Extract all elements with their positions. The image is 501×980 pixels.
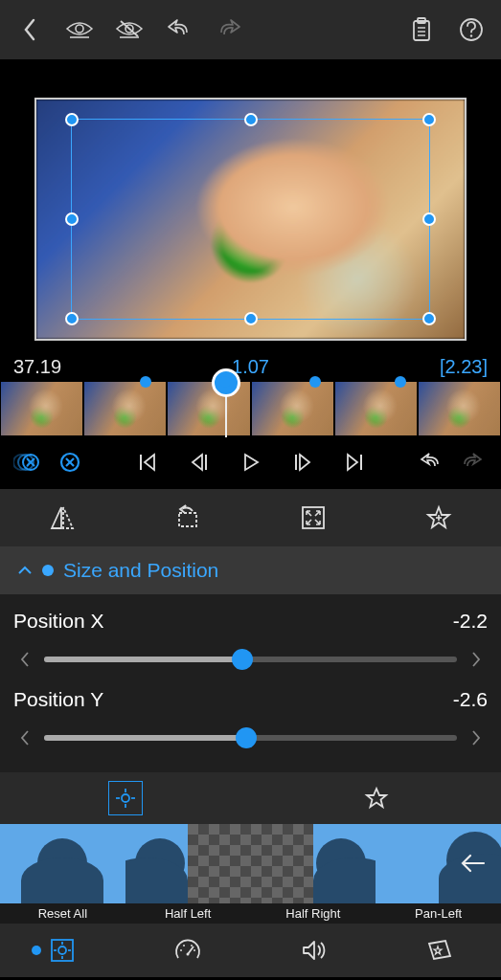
preset-label: Reset All: [0, 903, 125, 924]
back-icon[interactable]: [15, 15, 44, 44]
svg-point-42: [183, 945, 185, 947]
slider-fill: [44, 657, 242, 662]
svg-rect-5: [414, 21, 429, 40]
preset-category-position-icon[interactable]: [108, 781, 143, 815]
arrow-left-icon: [457, 852, 486, 875]
undo-small-icon[interactable]: [415, 446, 447, 479]
svg-point-11: [470, 34, 472, 36]
fit-icon[interactable]: [297, 501, 330, 534]
time-readout: 37.19 1.07 [2.23]: [0, 350, 501, 382]
slider-row-posy: Position Y -2.6: [0, 680, 501, 759]
timeline-frame[interactable]: [335, 382, 417, 435]
slider-label: Position X: [13, 610, 104, 633]
delete-keyframe-icon[interactable]: [54, 446, 86, 479]
slider-value: -2.6: [453, 688, 488, 711]
help-icon[interactable]: [457, 15, 486, 44]
video-preview[interactable]: [34, 98, 467, 341]
tab-speed-icon[interactable]: [171, 934, 204, 967]
rotate-icon[interactable]: [171, 501, 204, 534]
preset-label: Pan-Left: [376, 903, 501, 924]
keyframe-marker[interactable]: [309, 376, 321, 388]
go-start-icon[interactable]: [131, 446, 164, 479]
handle-tl[interactable]: [65, 113, 79, 126]
preset-label: Half Right: [251, 903, 376, 924]
slider-value: -2.2: [453, 610, 488, 633]
preset-label: Half Left: [125, 903, 251, 924]
handle-mr[interactable]: [422, 212, 436, 226]
handle-tc[interactable]: [244, 113, 258, 126]
svg-point-28: [122, 794, 129, 802]
nudge-right-icon[interactable]: [465, 640, 488, 679]
slider-label: Position Y: [13, 688, 103, 711]
section-title: Size and Position: [63, 559, 218, 582]
play-icon[interactable]: [235, 446, 267, 479]
keyframe-marker[interactable]: [140, 376, 151, 388]
tab-effects-icon[interactable]: [422, 934, 455, 967]
redo-icon: [215, 15, 243, 44]
svg-point-0: [76, 25, 83, 33]
handle-ml[interactable]: [65, 212, 79, 226]
preset-pan-left[interactable]: Pan-Left: [376, 824, 501, 924]
svg-point-44: [194, 949, 195, 951]
slider-track-posy[interactable]: [44, 735, 457, 741]
preset-reset-all[interactable]: Reset All: [0, 824, 125, 924]
nudge-left-icon[interactable]: [13, 640, 36, 679]
section-header[interactable]: Size and Position: [0, 546, 501, 594]
top-toolbar: [0, 0, 501, 59]
preset-half-left[interactable]: Half Left: [125, 824, 251, 924]
go-end-icon[interactable]: [338, 446, 371, 479]
keyframe-marker[interactable]: [395, 376, 406, 388]
preview-area: [0, 59, 501, 350]
timeline-frame[interactable]: [1, 382, 82, 435]
eye-visible-icon[interactable]: [65, 15, 94, 44]
step-forward-icon[interactable]: [286, 446, 319, 479]
svg-rect-24: [179, 513, 196, 526]
keyframe-marker[interactable]: [219, 376, 231, 388]
bottom-tab-bar: [0, 924, 501, 977]
step-back-icon[interactable]: [183, 446, 216, 479]
redo-small-icon: [455, 446, 488, 479]
flip-icon[interactable]: [46, 501, 79, 534]
slider-fill: [44, 735, 246, 741]
preset-tab-row: [0, 772, 501, 824]
handle-tr[interactable]: [422, 113, 436, 126]
eye-hidden-icon[interactable]: [115, 15, 144, 44]
timeline-frame[interactable]: [84, 382, 166, 435]
timeline-frame[interactable]: [252, 382, 333, 435]
transform-bounding-box[interactable]: [71, 119, 431, 320]
preset-list: Reset All Half Left Half Right Pan-Left: [0, 824, 501, 924]
keyframe-indicator-icon: [42, 565, 54, 576]
svg-line-39: [188, 947, 194, 954]
star-add-icon[interactable]: [422, 501, 455, 534]
slider-thumb[interactable]: [232, 649, 253, 670]
delete-all-keyframes-icon[interactable]: [13, 446, 46, 479]
chevron-up-icon: [17, 565, 33, 576]
tool-row: [0, 489, 501, 546]
tab-audio-icon[interactable]: [297, 934, 330, 967]
svg-point-40: [187, 952, 190, 955]
time-total: [2.23]: [440, 356, 488, 378]
nudge-left-icon[interactable]: [13, 719, 36, 757]
transport-bar: [0, 435, 501, 489]
handle-bl[interactable]: [65, 312, 79, 325]
handle-bc[interactable]: [244, 312, 258, 325]
slider-row-posx: Position X -2.2: [0, 602, 501, 680]
preset-half-right[interactable]: Half Right: [251, 824, 376, 924]
slider-track-posx[interactable]: [44, 657, 457, 662]
tab-position-icon[interactable]: [46, 934, 79, 967]
slider-thumb[interactable]: [236, 727, 257, 748]
undo-icon[interactable]: [165, 15, 194, 44]
svg-point-34: [58, 947, 66, 954]
svg-rect-25: [303, 507, 324, 528]
handle-br[interactable]: [422, 312, 436, 325]
clipboard-icon[interactable]: [407, 15, 436, 44]
nudge-right-icon[interactable]: [465, 719, 488, 757]
time-start: 37.19: [13, 356, 61, 378]
timeline-strip[interactable]: [0, 382, 501, 435]
svg-point-41: [180, 949, 182, 951]
timeline-frame[interactable]: [419, 382, 500, 435]
properties-panel: Position X -2.2 Position Y -2.6: [0, 594, 501, 772]
svg-point-43: [191, 945, 193, 947]
preset-category-favorites-icon[interactable]: [360, 782, 393, 814]
